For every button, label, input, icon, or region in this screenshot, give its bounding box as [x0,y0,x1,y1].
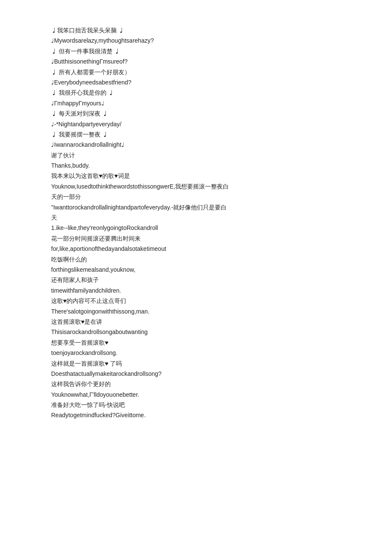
line-text: timewithfamilyandchildren. [51,286,341,295]
text-line-l17: 天的一部分 [51,192,341,201]
text-line-l25: 还有陪家人和孩子 [51,275,341,285]
text-line-l22: for,like,aportionofthedayandalsotaketime… [51,244,341,253]
text-line-l12: ♩Iwannarockandrollallnight♩ [51,140,341,149]
text-line-l24: forthingslikemealsand,youknow, [51,265,341,274]
text-line-l21: 花一部分时间摇滚还要腾出时间来 [51,234,341,243]
text-line-l2: ♩Mywordsarelazy,mythoughtsarehazy? [51,36,341,45]
text-line-l37: 准备好大吃一惊了吗-快说吧 [51,400,341,410]
text-line-l3: ♩ 但有一件事我很清楚 ♩ [51,46,341,56]
line-text: 天的一部分 [51,192,341,201]
text-line-l10: ♩-*Nightandpartyeveryday/ [51,119,341,129]
text-line-l11: ♩ 我要摇摆一整夜 ♩ [51,130,341,139]
text-line-l27: 这歌♥的内容可不止这点哥们 [51,296,341,305]
text-line-l1: ♩我笨口拙舌我呆头呆脑 ♩ [51,26,341,35]
line-text: ♩Everybodyneedsabestfriend? [51,78,341,87]
line-text: Readytogetmindfucked?Giveittome. [51,410,341,420]
text-line-l9: ♩ 每天派对到深夜 ♩ [51,109,341,118]
line-text: 这样就是一首摇滚歌♥ 了吗 [51,359,341,368]
text-line-l8: ♩ГmhappyГmyours♩ [51,99,341,108]
text-line-l15: 我本来以为这首歌♥的歌♥词是 [51,171,341,180]
text-line-l33: 这样就是一首摇滚歌♥ 了吗 [51,359,341,368]
text-line-l34: Doesthatactuallymakeitarockandrollsong? [51,369,341,378]
line-text: 花一部分时间摇滚还要腾出时间来 [51,234,341,243]
text-line-l36: Youknowwhat,Г'lldoyouonebetter. [51,390,341,399]
line-text: 1.ike--like,they'reonlygoingtoRockandrol… [51,223,341,232]
line-text: Thanks,buddy. [51,161,341,170]
main-content: ♩我笨口拙舌我呆头呆脑 ♩♩Mywordsarelazy,mythoughtsa… [51,26,341,420]
line-text: 我本来以为这首歌♥的歌♥词是 [51,171,341,180]
line-text: toenjoyarockandrollsong. [51,348,341,357]
line-text: for,like,aportionofthedayandalsotaketime… [51,244,341,253]
line-text: ♩ 所有人都需要一个好朋友） [51,67,341,77]
line-text: ♩Iwannarockandrollallnight♩ [51,140,341,149]
line-text: ♩ButthisisonethingГmsureof? [51,57,341,66]
text-line-l16: Youknow,Iusedtothinkthewordstothissongwe… [51,182,341,191]
line-text: Youknowwhat,Г'lldoyouonebetter. [51,390,341,399]
line-text: Thisisarockandrollsongaboutwanting [51,327,341,337]
text-line-l38: Readytogetmindfucked?Giveittome. [51,410,341,420]
text-line-l4: ♩ButthisisonethingГmsureof? [51,57,341,66]
text-line-l5: ♩ 所有人都需要一个好朋友） [51,67,341,77]
line-text: forthingslikemealsand,youknow, [51,265,341,274]
text-line-l32: toenjoyarockandrollsong. [51,348,341,357]
text-line-l26: timewithfamilyandchildren. [51,286,341,295]
line-text: "Iwanttorockandrollallnightandpartofever… [51,203,341,212]
text-line-l20: 1.ike--like,they'reonlygoingtoRockandrol… [51,223,341,232]
line-text: 谢了伙计 [51,151,341,160]
line-text: 这歌♥的内容可不止这点哥们 [51,296,341,305]
text-line-l14: Thanks,buddy. [51,161,341,170]
text-line-l28: There'salotgoingonwiththissong,man. [51,307,341,316]
line-text: Youknow,Iusedtothinkthewordstothissongwe… [51,182,341,191]
text-line-l29: 这首摇滚歌♥是在讲 [51,317,341,326]
text-line-l30: Thisisarockandrollsongaboutwanting [51,327,341,337]
line-text: 天 [51,213,341,222]
text-line-l19: 天 [51,213,341,222]
line-text: ♩ 但有一件事我很清楚 ♩ [51,46,341,56]
line-text: ♩ 我要摇摆一整夜 ♩ [51,130,341,139]
line-text: ♩-*Nightandpartyeveryday/ [51,119,341,129]
line-text: 吃饭啊什么的 [51,255,341,264]
text-line-l35: 这样我告诉你个更好的 [51,379,341,389]
text-line-l31: 想要享受一首摇滚歌♥ [51,338,341,347]
text-line-l6: ♩Everybodyneedsabestfriend? [51,78,341,87]
text-line-l23: 吃饭啊什么的 [51,255,341,264]
line-text: 还有陪家人和孩子 [51,275,341,285]
line-text: ♩ 每天派对到深夜 ♩ [51,109,341,118]
line-text: ♩我笨口拙舌我呆头呆脑 ♩ [51,26,341,35]
line-text: 想要享受一首摇滚歌♥ [51,338,341,347]
line-text: ♩ 我很开心我是你的 ♩ [51,88,341,97]
line-text: 这首摇滚歌♥是在讲 [51,317,341,326]
line-text: ♩Mywordsarelazy,mythoughtsarehazy? [51,36,341,45]
text-line-l7: ♩ 我很开心我是你的 ♩ [51,88,341,97]
line-text: 这样我告诉你个更好的 [51,379,341,389]
line-text: ♩ГmhappyГmyours♩ [51,99,341,108]
line-text: 准备好大吃一惊了吗-快说吧 [51,400,341,410]
line-text: There'salotgoingonwiththissong,man. [51,307,341,316]
text-line-l18: "Iwanttorockandrollallnightandpartofever… [51,203,341,212]
text-line-l13: 谢了伙计 [51,151,341,160]
line-text: Doesthatactuallymakeitarockandrollsong? [51,369,341,378]
